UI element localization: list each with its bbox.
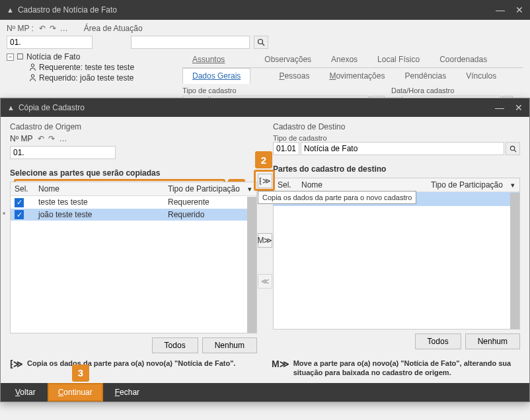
scrollbar[interactable] [510,193,519,329]
nav-fwd-icon[interactable]: ↷ [48,24,57,33]
todos-button[interactable]: Todos [415,333,461,349]
fechar-button[interactable]: Fechar [106,384,149,400]
close-icon[interactable]: ✕ [515,102,523,113]
app-icon: ▲ [7,6,14,14]
continuar-button[interactable]: Continuar [48,383,103,402]
search-icon [510,145,517,153]
source-parts-grid: Sel. Nome Tipo de Participação ▾ ✓ teste… [10,182,257,333]
svg-point-2 [31,64,34,67]
main-titlebar: ▲ Cadastro de Notícia de Fato — ✕ [0,0,530,20]
move-right-button[interactable]: M≫ [258,233,272,248]
table-row[interactable]: ✓ teste tes teste Requerente [11,196,256,209]
modal-bottom-bar: Voltar Continuar Fechar 3 [1,383,529,402]
copy-modal: ▲ Cópia de Cadastro — ✕ Cadastro de Orig… [0,98,530,402]
checkbox-checked-icon[interactable]: ✓ [15,198,24,207]
select-parts-header: Selecione as partes que serão copiadas [10,168,257,178]
move-legend-text: Move a parte para o(a) novo(a) "Notícia … [293,359,520,378]
nav-more-icon[interactable]: … [57,134,68,143]
nav-back-icon[interactable]: ↶ [36,134,46,143]
tab-observacoes[interactable]: Observações [254,52,321,67]
mp-label: Nº MP [10,134,32,143]
voltar-button[interactable]: Voltar [6,384,45,400]
grid-header: Sel. Nome Tipo de Participação [274,178,519,192]
callout-number-3: 3 [72,365,89,382]
svg-point-6 [510,146,514,150]
col-nome[interactable]: Nome [297,178,427,192]
copy-legend-icon: ⁅≫ [10,359,23,369]
mp-prefix-input[interactable] [7,36,93,49]
col-tipo[interactable]: Tipo de Participação [427,178,519,192]
tab-anexos[interactable]: Anexos [321,52,367,67]
tabs-top: Assuntos Observações Anexos Local Físico… [182,52,523,68]
person-icon [29,63,36,71]
modal-title: Cópia de Cadastro [19,103,495,112]
data-label: Data/Hora cadastro [391,87,513,94]
svg-line-7 [514,150,516,152]
col-sel[interactable]: Sel. [11,182,34,195]
tipo-label: Tipo de cadastro [182,87,385,94]
svg-line-1 [262,44,264,46]
tab-assuntos[interactable]: Assuntos [182,52,235,67]
doc-icon: ☐ [17,52,24,61]
row-marker-icon: * [3,211,5,219]
tab-movimentacoes[interactable]: Movimentações [319,68,395,84]
tab-pendencias[interactable]: Pendências [395,68,456,84]
callout-box-2 [254,170,275,191]
checkbox-checked-icon[interactable]: ✓ [15,210,24,219]
tipo-label: Tipo de cadastro [273,134,520,142]
callout-number-2: 2 [255,151,272,168]
copy-tooltip: Copia os dados da parte para o novo cada… [258,191,416,204]
nav-back-icon[interactable]: ↶ [38,24,47,33]
nenhum-button[interactable]: Nenhum [465,333,520,349]
dest-tipo-code[interactable] [273,142,299,155]
tab-local[interactable]: Local Físico [367,52,430,67]
area-label: Área de Atuação [84,24,143,33]
minimize-icon[interactable]: — [496,5,505,15]
person-icon [29,74,36,82]
grid-header: Sel. Nome Tipo de Participação [11,182,256,196]
col-tipo[interactable]: Tipo de Participação [164,182,256,195]
move-left-button[interactable]: ≪ [258,274,272,289]
filter-icon[interactable]: ▾ [508,180,518,190]
close-icon[interactable]: ✕ [515,5,523,15]
tree-root[interactable]: − ☐ Notícia de Fato [7,52,178,62]
svg-point-3 [31,75,34,77]
dest-parts-header: Partes do cadastro de destino [273,164,520,174]
tab-coordenadas[interactable]: Coordenadas [430,52,497,67]
table-row[interactable]: * ✓ joão teste teste Requerido [11,209,256,221]
copy-legend-text: Copia os dados da parte para o(a) novo(a… [27,359,235,368]
todos-button[interactable]: Todos [152,337,198,353]
tree-child-requerido[interactable]: Requerido: joão teste teste [29,73,178,83]
tab-dados-gerais[interactable]: Dados Gerais [182,68,250,84]
transfer-controls: 2 ⁅≫ Copia os dados da parte para o novo… [258,174,272,289]
minimize-icon[interactable]: — [495,102,504,113]
main-toolbar: Nº MP : ↶ ↷ … Área de Atuação [0,20,530,36]
modal-titlebar: ▲ Cópia de Cadastro — ✕ [1,98,529,117]
dest-tipo-search-button[interactable] [506,142,520,155]
destino-header: Cadastro de Destino [273,122,520,131]
app-icon: ▲ [7,104,15,112]
col-nome[interactable]: Nome [34,182,164,195]
tab-pessoas[interactable]: Pessoas [269,68,319,84]
nenhum-button[interactable]: Nenhum [202,337,257,353]
tree-collapse-icon[interactable]: − [7,53,14,61]
mp-label: Nº MP : [7,24,34,33]
dest-tipo-name[interactable] [301,142,504,155]
search-button[interactable] [254,36,268,49]
area-input[interactable] [131,36,250,49]
search-icon [257,38,265,46]
nav-fwd-icon[interactable]: ↷ [47,134,56,143]
svg-point-0 [258,40,263,44]
nav-more-icon[interactable]: … [59,24,69,33]
origem-header: Cadastro de Origem [10,122,257,131]
origem-mp-input[interactable] [10,146,116,159]
scrollbar[interactable] [247,197,256,333]
col-sel[interactable]: Sel. [274,178,297,192]
tree-child-requerente[interactable]: Requerente: teste tes teste [29,62,178,73]
main-title: Cadastro de Notícia de Fato [18,5,496,15]
tab-vinculos[interactable]: Vínculos [456,68,506,84]
move-legend-icon: M≫ [272,359,289,369]
